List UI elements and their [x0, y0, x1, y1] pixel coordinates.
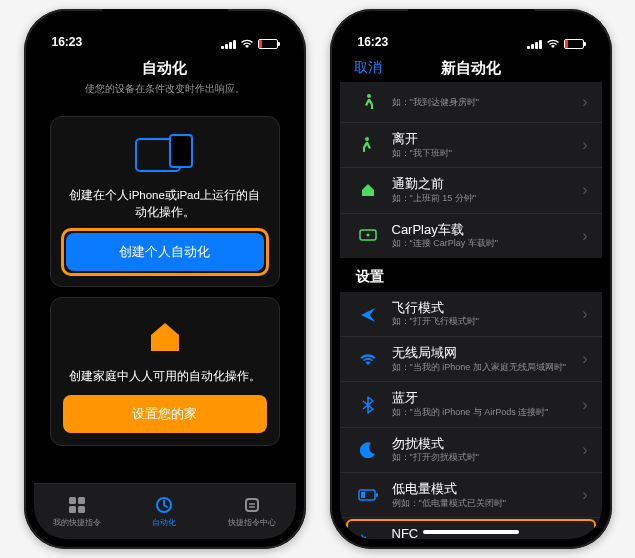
row-sub: 如："连接 CarPlay 车载时" [392, 238, 583, 250]
chevron-right-icon: › [582, 93, 587, 111]
row-title: CarPlay车载 [392, 222, 583, 238]
list-settings: 飞行模式 如："打开飞行模式时" › 无线局域网 如："当我的 iPhone 加… [340, 292, 602, 539]
notch [408, 9, 534, 31]
cancel-button[interactable]: 取消 [354, 59, 382, 77]
tab-automation[interactable]: 自动化 [121, 484, 208, 539]
section-settings: 设置 [340, 258, 602, 292]
svg-point-9 [365, 137, 369, 141]
phone-right: 16:23 取消 新自动化 如："我到达健身房时" › [330, 9, 612, 549]
chevron-right-icon: › [582, 227, 587, 245]
battery-icon [564, 39, 584, 49]
status-right [527, 39, 584, 49]
signal-icon [527, 40, 542, 49]
phone-left: 16:23 自动化 使您的设备在条件改变时作出响应。 创建在个人iPhone或i… [24, 9, 306, 549]
home-indicator[interactable] [423, 530, 519, 534]
row-title: 飞行模式 [392, 300, 583, 316]
status-time: 16:23 [358, 35, 389, 49]
wifi-icon [546, 39, 560, 49]
row-lowpower[interactable]: 低电量模式 例如："低电量模式已关闭时" › [340, 473, 602, 518]
airplane-icon [356, 302, 380, 326]
svg-rect-3 [78, 497, 85, 504]
row-sub: 例如："低电量模式已关闭时" [392, 498, 583, 510]
svg-rect-13 [376, 493, 378, 497]
row-sub: 如："上班前 15 分钟" [392, 193, 583, 205]
svg-point-11 [366, 233, 369, 236]
moon-icon [356, 438, 380, 462]
svg-rect-4 [69, 506, 76, 513]
nfc-icon [356, 528, 380, 539]
row-title: 无线局域网 [392, 345, 583, 361]
home-icon [63, 312, 267, 362]
home-automation-card: 创建家庭中人人可用的自动化操作。 设置您的家 [50, 297, 280, 446]
row-nfc[interactable]: NFC 如："轻点NFC标签时" › [340, 518, 602, 539]
row-title: 勿扰模式 [392, 436, 583, 452]
tab-label: 快捷指令中心 [228, 517, 276, 528]
svg-rect-1 [170, 135, 192, 167]
carplay-icon [356, 224, 380, 248]
nav-bar: 取消 新自动化 [340, 51, 602, 82]
trigger-list[interactable]: 如："我到达健身房时" › 离开 如："我下班时" › 通勤之前 如："上班前 … [340, 82, 602, 539]
tab-gallery[interactable]: 快捷指令中心 [208, 484, 295, 539]
row-sub: 如："我到达健身房时" [392, 97, 583, 109]
chevron-right-icon: › [582, 136, 587, 154]
stack-icon [242, 495, 262, 515]
wifi-icon [240, 39, 254, 49]
tab-bar: 我的快捷指令 自动化 快捷指令中心 [34, 483, 296, 539]
tab-shortcuts[interactable]: 我的快捷指令 [34, 484, 121, 539]
page-subtitle: 使您的设备在条件改变时作出响应。 [34, 82, 296, 106]
svg-rect-14 [361, 492, 365, 498]
chevron-right-icon: › [582, 486, 587, 504]
clock-icon [154, 495, 174, 515]
screen-left: 16:23 自动化 使您的设备在条件改变时作出响应。 创建在个人iPhone或i… [34, 19, 296, 539]
home-card-text: 创建家庭中人人可用的自动化操作。 [63, 368, 267, 385]
notch [102, 9, 228, 31]
row-sub: 如："当我的 iPhone 加入家庭无线局域网时" [392, 362, 583, 374]
svg-rect-5 [78, 506, 85, 513]
wifi-icon [356, 347, 380, 371]
row-sub: 如："打开勿扰模式时" [392, 452, 583, 464]
row-sub: 如："我下班时" [392, 148, 583, 160]
row-dnd[interactable]: 勿扰模式 如："打开勿扰模式时" › [340, 428, 602, 473]
nav-bar: 自动化 [34, 51, 296, 82]
row-airplane[interactable]: 飞行模式 如："打开飞行模式时" › [340, 292, 602, 337]
row-arrive[interactable]: 如："我到达健身房时" › [340, 82, 602, 123]
screen-right: 16:23 取消 新自动化 如："我到达健身房时" › [340, 19, 602, 539]
svg-rect-7 [246, 499, 258, 511]
bluetooth-icon [356, 393, 380, 417]
chevron-right-icon: › [582, 305, 587, 323]
chevron-right-icon: › [582, 441, 587, 459]
setup-home-button[interactable]: 设置您的家 [63, 395, 267, 433]
row-bluetooth[interactable]: 蓝牙 如："当我的 iPhone 与 AirPods 连接时" › [340, 382, 602, 427]
create-personal-button[interactable]: 创建个人自动化 [66, 233, 264, 271]
personal-card-text: 创建在个人iPhone或iPad上运行的自动化操作。 [63, 187, 267, 220]
status-right [221, 39, 278, 49]
row-sub: 如："打开飞行模式时" [392, 316, 583, 328]
battery-low-icon [356, 483, 380, 507]
chevron-right-icon: › [582, 396, 587, 414]
house-icon [356, 178, 380, 202]
grid-icon [67, 495, 87, 515]
row-wifi[interactable]: 无线局域网 如："当我的 iPhone 加入家庭无线局域网时" › [340, 337, 602, 382]
row-title: 通勤之前 [392, 176, 583, 192]
devices-icon [63, 131, 267, 181]
row-commute[interactable]: 通勤之前 如："上班前 15 分钟" › [340, 168, 602, 213]
status-time: 16:23 [52, 35, 83, 49]
row-sub: 如："当我的 iPhone 与 AirPods 连接时" [392, 407, 583, 419]
tab-label: 自动化 [152, 517, 176, 528]
chevron-right-icon: › [582, 181, 587, 199]
walk-away-icon [356, 133, 380, 157]
row-leave[interactable]: 离开 如："我下班时" › [340, 123, 602, 168]
personal-automation-card: 创建在个人iPhone或iPad上运行的自动化操作。 创建个人自动化 [50, 116, 280, 287]
row-title: 蓝牙 [392, 390, 583, 406]
battery-icon [258, 39, 278, 49]
chevron-right-icon: › [582, 350, 587, 368]
row-title: 离开 [392, 131, 583, 147]
content-area: 创建在个人iPhone或iPad上运行的自动化操作。 创建个人自动化 创建家庭中… [34, 106, 296, 483]
list-events: 如："我到达健身房时" › 离开 如："我下班时" › 通勤之前 如："上班前 … [340, 82, 602, 258]
row-title: 低电量模式 [392, 481, 583, 497]
tab-label: 我的快捷指令 [53, 517, 101, 528]
page-title: 自动化 [34, 59, 296, 78]
svg-point-8 [367, 94, 371, 98]
signal-icon [221, 40, 236, 49]
row-carplay[interactable]: CarPlay车载 如："连接 CarPlay 车载时" › [340, 214, 602, 258]
